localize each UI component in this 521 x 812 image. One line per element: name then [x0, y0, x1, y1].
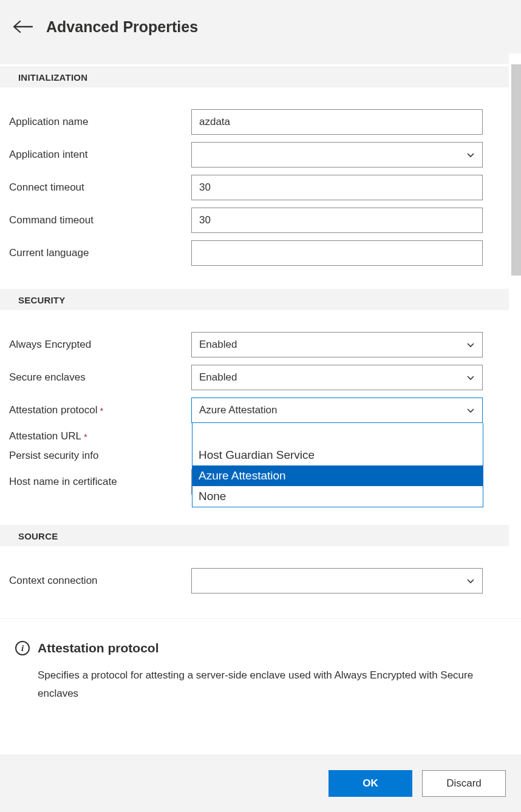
- info-icon: i: [15, 641, 30, 655]
- input-current-language[interactable]: [191, 240, 483, 266]
- info-panel: i Attestation protocol Specifies a proto…: [0, 618, 521, 754]
- ok-button[interactable]: OK: [329, 770, 412, 797]
- section-header-source: SOURCE: [0, 525, 509, 546]
- dropdown-option-azure-attestation[interactable]: Azure Attestation: [192, 465, 483, 486]
- back-button[interactable]: [12, 16, 33, 37]
- chevron-down-icon: [466, 577, 475, 585]
- label-always-encrypted: Always Encrypted: [0, 339, 191, 351]
- chevron-down-icon: [466, 151, 475, 159]
- header-bar: Advanced Properties: [0, 0, 521, 53]
- label-command-timeout: Command timeout: [0, 214, 191, 226]
- section-initialization: INITIALIZATION Application name azdata A…: [0, 66, 509, 289]
- dropdown-option-host-guardian-service[interactable]: Host Guardian Service: [192, 445, 483, 465]
- select-secure-enclaves[interactable]: Enabled: [191, 365, 483, 390]
- section-security: SECURITY Always Encrypted Enabled Secure…: [0, 289, 509, 525]
- select-value: Enabled: [199, 339, 237, 351]
- label-context-connection: Context connection: [0, 575, 191, 587]
- section-header-security: SECURITY: [0, 289, 509, 310]
- info-title: Attestation protocol: [38, 641, 159, 655]
- chevron-down-icon: [466, 340, 475, 349]
- label-host-name-in-certificate: Host name in certificate: [0, 476, 191, 488]
- required-indicator: *: [100, 405, 104, 416]
- select-always-encrypted[interactable]: Enabled: [191, 332, 483, 357]
- input-value: azdata: [199, 116, 230, 128]
- info-body: Specifies a protocol for attesting a ser…: [38, 666, 506, 703]
- label-connect-timeout: Connect timeout: [0, 181, 191, 194]
- required-indicator: *: [84, 431, 87, 442]
- section-source: SOURCE Context connection: [0, 525, 509, 594]
- label-application-intent: Application intent: [0, 149, 191, 161]
- input-value: 30: [199, 214, 211, 226]
- label-secure-enclaves: Secure enclaves: [0, 371, 191, 384]
- dropdown-option-none[interactable]: None: [192, 486, 483, 507]
- footer-bar: OK Discard: [0, 754, 521, 812]
- select-attestation-protocol[interactable]: Azure Attestation: [191, 398, 483, 423]
- chevron-down-icon: [466, 406, 475, 414]
- discard-button[interactable]: Discard: [422, 770, 506, 797]
- input-command-timeout[interactable]: 30: [191, 208, 483, 233]
- select-context-connection[interactable]: [191, 568, 483, 594]
- select-value: Azure Attestation: [199, 404, 278, 416]
- label-current-language: Current language: [0, 247, 191, 259]
- back-arrow-icon: [12, 19, 33, 34]
- page-title: Advanced Properties: [46, 18, 198, 36]
- label-attestation-protocol: Attestation protocol*: [0, 404, 191, 416]
- section-header-initialization: INITIALIZATION: [0, 66, 509, 87]
- select-application-intent[interactable]: [191, 142, 483, 167]
- label-attestation-url: Attestation URL*: [0, 430, 191, 442]
- chevron-down-icon: [466, 373, 475, 382]
- label-application-name: Application name: [0, 116, 191, 128]
- label-persist-security-info: Persist security info: [0, 450, 191, 462]
- vertical-scrollbar-thumb[interactable]: [511, 64, 521, 276]
- input-value: 30: [199, 181, 211, 194]
- input-connect-timeout[interactable]: 30: [191, 175, 483, 200]
- select-value: Enabled: [199, 371, 237, 384]
- input-application-name[interactable]: azdata: [191, 109, 483, 135]
- dropdown-attestation-protocol: Host Guardian Service Azure Attestation …: [192, 423, 483, 507]
